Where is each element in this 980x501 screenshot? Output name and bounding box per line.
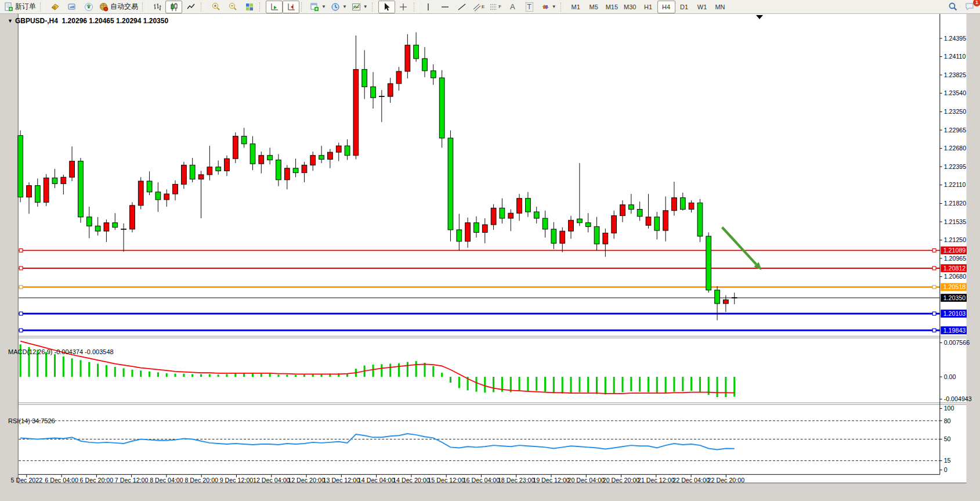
chart-shift-marker[interactable] bbox=[756, 15, 763, 19]
toolbar-separator bbox=[560, 2, 565, 12]
line-handle[interactable] bbox=[19, 329, 23, 332]
line-handle[interactable] bbox=[19, 248, 23, 252]
signal-button[interactable] bbox=[80, 1, 97, 13]
trendline-tool[interactable] bbox=[454, 1, 471, 13]
candle-body bbox=[61, 177, 66, 183]
auto-scroll-icon bbox=[270, 2, 279, 12]
indicators-icon bbox=[352, 2, 361, 12]
timeframe-M15[interactable]: M15 bbox=[603, 1, 621, 13]
timeframe-H4[interactable]: H4 bbox=[657, 1, 675, 13]
quotes-icon bbox=[50, 2, 60, 12]
time-axis-label: 20 Dec 04:00 bbox=[567, 477, 605, 484]
timeframe-MN[interactable]: MN bbox=[711, 1, 729, 13]
candle-body bbox=[474, 223, 479, 233]
candle-body bbox=[724, 300, 729, 304]
zoom-in-icon bbox=[211, 2, 220, 12]
auto-trading-button[interactable]: 自动交易 bbox=[97, 1, 140, 13]
candle-body bbox=[405, 45, 410, 71]
fibonacci-tool[interactable]: F bbox=[487, 1, 504, 13]
text-tool[interactable]: A bbox=[504, 1, 521, 13]
tile-windows-button[interactable] bbox=[241, 1, 258, 13]
price-badge-label: 1.20518 bbox=[943, 283, 966, 290]
quotes-button[interactable] bbox=[46, 1, 63, 13]
chat-button[interactable]: 1 bbox=[961, 1, 978, 13]
vline-icon bbox=[424, 2, 432, 12]
crosshair-button[interactable] bbox=[395, 1, 412, 13]
price-axis-label: 1.24395 bbox=[944, 35, 967, 42]
chart-symbol-timeframe: GBPUSD-,H4 bbox=[15, 17, 58, 25]
candle-chart-type-button[interactable] bbox=[165, 1, 182, 13]
zoom-out-button[interactable] bbox=[224, 1, 241, 13]
macd-indicator-label: MACD(12,26,9) -0.004374 -0.003548 bbox=[8, 348, 114, 355]
candle-body bbox=[672, 198, 677, 211]
candle-body bbox=[715, 290, 720, 304]
candle-body bbox=[70, 161, 75, 178]
vertical-line-tool[interactable] bbox=[420, 1, 437, 13]
candle-body bbox=[138, 181, 143, 206]
candle-body bbox=[482, 225, 487, 232]
line-handle[interactable] bbox=[19, 312, 23, 315]
toolbar-separator bbox=[259, 2, 264, 12]
trendline-icon bbox=[457, 2, 467, 12]
timeframe-M1[interactable]: M1 bbox=[567, 1, 585, 13]
periods-icon bbox=[331, 2, 340, 12]
candle-body bbox=[35, 186, 40, 203]
line-chart-type-button[interactable] bbox=[182, 1, 199, 13]
candle-body bbox=[86, 217, 92, 226]
line-handle[interactable] bbox=[932, 248, 936, 252]
timeframe-M5[interactable]: M5 bbox=[585, 1, 603, 13]
line-handle[interactable] bbox=[932, 329, 936, 332]
line-handle[interactable] bbox=[19, 286, 23, 289]
price-chart-canvas[interactable]: 1.243951.241101.238251.235401.232501.229… bbox=[0, 14, 980, 501]
chart-shift-icon bbox=[287, 2, 296, 12]
bar-chart-type-button[interactable] bbox=[149, 1, 165, 13]
zoom-in-button[interactable] bbox=[207, 1, 224, 13]
candle-body bbox=[697, 203, 703, 236]
new-chart-button[interactable]: ▼ bbox=[308, 1, 328, 13]
terminal-button[interactable] bbox=[63, 1, 80, 13]
new-order-button[interactable]: 新订单 bbox=[2, 1, 38, 13]
arrows-icon bbox=[540, 2, 549, 12]
timeframe-D1[interactable]: D1 bbox=[675, 1, 693, 13]
search-button[interactable] bbox=[945, 1, 961, 13]
indicators-button[interactable]: ▼ bbox=[349, 1, 370, 13]
arrows-tool[interactable]: ▼ bbox=[538, 1, 559, 13]
line-handle[interactable] bbox=[932, 286, 936, 289]
chart-background bbox=[18, 14, 966, 483]
time-axis-label: 7 Dec 12:00 bbox=[115, 477, 149, 484]
candle-body bbox=[44, 178, 49, 202]
time-axis-label: 14 Dec 04:00 bbox=[358, 477, 395, 484]
candle-body bbox=[508, 213, 513, 218]
timeframe-M30[interactable]: M30 bbox=[621, 1, 639, 13]
main-toolbar: 新订单 自动交易 bbox=[0, 0, 980, 14]
fibonacci-icon bbox=[490, 2, 498, 12]
candle-body bbox=[190, 165, 195, 179]
label-tool-icon: T bbox=[526, 2, 533, 12]
chart-window[interactable]: 1.243951.241101.238251.235401.232501.229… bbox=[0, 14, 980, 501]
text-label-tool[interactable]: T bbox=[521, 1, 538, 13]
symbol-dropdown-icon[interactable]: ▼ bbox=[8, 18, 13, 24]
equidistant-channel-tool[interactable]: E bbox=[471, 1, 487, 13]
candle-body bbox=[336, 146, 341, 152]
candle-body bbox=[543, 218, 548, 229]
timeframe-H1[interactable]: H1 bbox=[639, 1, 657, 13]
candle-body bbox=[500, 208, 505, 218]
chart-shift-button[interactable] bbox=[283, 1, 299, 13]
timeframe-W1[interactable]: W1 bbox=[693, 1, 711, 13]
periods-button[interactable]: ▼ bbox=[328, 1, 349, 13]
hline-icon bbox=[440, 2, 450, 12]
price-axis-label: 1.22110 bbox=[944, 181, 966, 188]
auto-scroll-button[interactable] bbox=[266, 1, 283, 13]
candle-body bbox=[267, 156, 273, 160]
line-handle[interactable] bbox=[932, 266, 936, 270]
line-handle[interactable] bbox=[932, 312, 936, 315]
time-axis-label: 14 Dec 20:00 bbox=[393, 477, 430, 484]
toolbar-separator bbox=[40, 2, 45, 12]
line-handle[interactable] bbox=[19, 266, 23, 270]
cursor-button[interactable] bbox=[378, 1, 395, 13]
time-axis-label: 22 Dec 04:00 bbox=[672, 477, 710, 484]
cursor-icon bbox=[382, 2, 391, 12]
horizontal-line-tool[interactable] bbox=[437, 1, 454, 13]
price-axis-label: 1.22965 bbox=[944, 127, 967, 134]
line-chart-icon bbox=[186, 2, 196, 12]
